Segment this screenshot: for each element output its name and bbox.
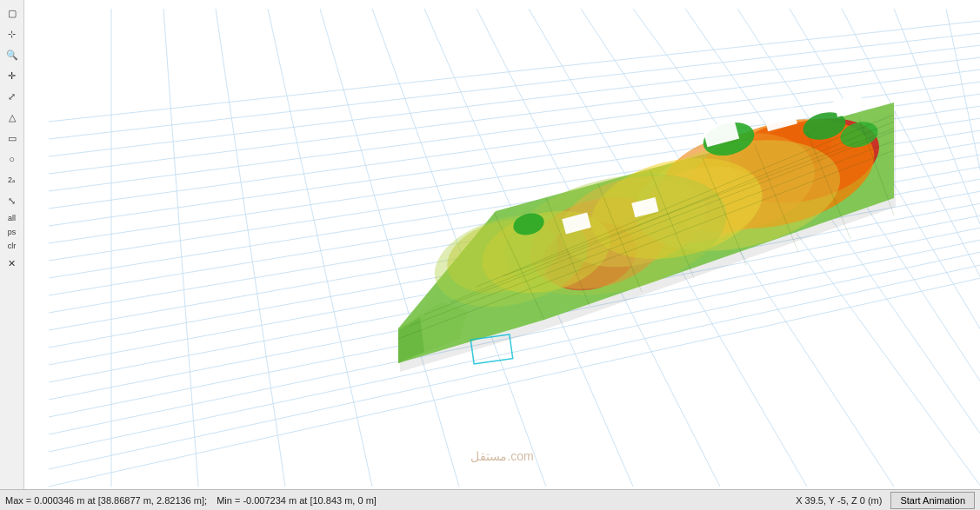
cursor-tool[interactable]: ⊹ <box>3 24 22 43</box>
viewport[interactable]: مستقل.com <box>24 0 980 489</box>
status-bar: Max = 0.000346 m at [38.86877 m, 2.82136… <box>0 489 980 510</box>
left-toolbar: ▢ ⊹ 🔍 ✛ ⤢ △ ▭ ○ 2ₐ ⤡ all ps clr ✕ <box>0 0 24 489</box>
start-animation-button[interactable]: Start Animation <box>890 492 975 509</box>
clr-label[interactable]: clr <box>7 240 17 252</box>
app: ▢ ⊹ 🔍 ✛ ⤢ △ ▭ ○ 2ₐ ⤡ all ps clr ✕ <box>0 0 980 510</box>
ps-label[interactable]: ps <box>7 226 17 238</box>
fit-tool[interactable]: ⤢ <box>3 87 22 106</box>
status-min: Min = -0.007234 m at [10.843 m, 0 m] <box>217 495 377 506</box>
triangle-tool[interactable]: △ <box>3 108 22 127</box>
status-separator <box>210 495 213 506</box>
status-max: Max = 0.000346 m at [38.86877 m, 2.82136… <box>5 495 207 506</box>
circle-tool[interactable]: ○ <box>3 149 22 169</box>
measure-tool[interactable]: ⤡ <box>3 191 22 210</box>
label-2-tool[interactable]: 2ₐ <box>3 170 22 189</box>
status-left: Max = 0.000346 m at [38.86877 m, 2.82136… <box>5 495 796 506</box>
zoom-in-tool[interactable]: 🔍 <box>3 45 22 64</box>
status-coords: X 39.5, Y -5, Z 0 (m) <box>796 495 890 506</box>
main-area: ▢ ⊹ 🔍 ✛ ⤢ △ ▭ ○ 2ₐ ⤡ all ps clr ✕ <box>0 0 980 489</box>
rect-tool[interactable]: ▭ <box>3 129 22 148</box>
select-tool[interactable]: ▢ <box>3 3 22 23</box>
pan-tool[interactable]: ✛ <box>3 66 22 85</box>
all-label[interactable]: all <box>7 212 17 224</box>
close-tool[interactable]: ✕ <box>3 254 22 273</box>
